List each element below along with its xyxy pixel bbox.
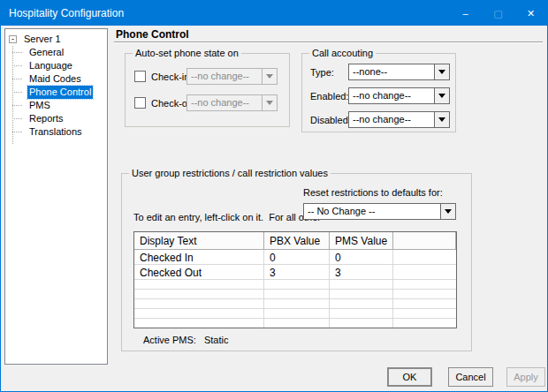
titlebar[interactable]: Hospitality Configuration – ▢ ✕: [1, 1, 547, 26]
auto-set-group-title: Auto-set phone state on: [133, 48, 241, 58]
table-row[interactable]: Checked Out 3 3: [134, 265, 456, 280]
sidebar-item-maid-codes[interactable]: Maid Codes: [5, 72, 107, 86]
table-empty-row: [134, 290, 456, 299]
sidebar-item-reports[interactable]: Reports: [5, 112, 107, 125]
chevron-down-icon: [266, 74, 273, 79]
table-row[interactable]: Checked In 0 0: [134, 250, 456, 265]
restrictions-table: Display Text PBX Value PMS Value Checked…: [133, 231, 457, 328]
column-header-display-text[interactable]: Display Text: [134, 232, 264, 250]
check-in-select: --no change--: [186, 68, 278, 85]
active-pms-value: Static: [204, 335, 229, 345]
table-header-row: Display Text PBX Value PMS Value: [134, 232, 456, 250]
check-out-checkbox[interactable]: [134, 97, 146, 109]
column-header-pbx-value[interactable]: PBX Value: [264, 232, 330, 250]
page-title: Phone Control: [116, 28, 189, 41]
type-select[interactable]: --none--: [348, 64, 450, 80]
sidebar-item-general[interactable]: General: [5, 46, 107, 59]
maximize-button: ▢: [482, 1, 514, 26]
column-header-filler: [393, 232, 456, 250]
enabled-label: Enabled:: [310, 91, 348, 102]
close-icon: ✕: [527, 8, 535, 19]
auto-set-phone-state-group: Auto-set phone state on: [125, 53, 290, 127]
collapse-icon[interactable]: -: [9, 35, 17, 43]
sidebar-item-phone-control[interactable]: Phone Control: [5, 86, 107, 99]
sidebar-item-translations[interactable]: Translations: [5, 125, 107, 139]
minimize-icon: –: [462, 8, 468, 19]
active-pms-status: Active PMS:Static: [143, 335, 228, 345]
restrictions-group-title: User group restrictions / call restricti…: [129, 168, 331, 178]
maximize-icon: ▢: [493, 8, 502, 19]
header-divider: [114, 41, 543, 43]
call-accounting-group-title: Call accouting: [309, 48, 376, 58]
disabled-label: Disabled:: [310, 115, 351, 125]
table-empty-row: [134, 309, 456, 319]
chevron-down-icon: [445, 209, 452, 214]
check-out-select: --no change--: [186, 94, 278, 111]
sidebar-item-pms[interactable]: PMS: [5, 99, 107, 112]
table-empty-row: [134, 299, 456, 309]
sidebar-item-language[interactable]: Language: [5, 59, 107, 72]
chevron-down-icon: [438, 94, 445, 98]
table-empty-row: [134, 319, 456, 328]
table-empty-row: [134, 280, 456, 290]
caption-buttons: – ▢ ✕: [449, 1, 547, 26]
enabled-select[interactable]: --no change--: [348, 87, 450, 104]
ok-button[interactable]: OK: [387, 367, 432, 387]
disabled-select[interactable]: --no change--: [348, 111, 450, 128]
check-in-checkbox[interactable]: [134, 71, 146, 82]
close-button[interactable]: ✕: [514, 1, 547, 26]
active-pms-label: Active PMS:: [143, 335, 196, 345]
tree-node-server1[interactable]: - Server 1: [5, 33, 107, 46]
window-title: Hospitality Configuration: [9, 7, 124, 19]
chevron-down-icon: [266, 101, 273, 105]
cancel-button[interactable]: Cancel: [448, 367, 493, 387]
chevron-down-icon: [438, 70, 445, 74]
reset-restrictions-select[interactable]: -- No Change --: [303, 203, 456, 220]
reset-restrictions-label: Reset restrictions to defaults for:: [303, 187, 443, 198]
hospitality-configuration-dialog: Hospitality Configuration – ▢ ✕ - Server…: [0, 0, 548, 392]
tree-children: General Language Maid Codes Phone Contro…: [5, 46, 107, 139]
chevron-down-icon: [438, 117, 445, 122]
type-label: Type:: [310, 67, 334, 78]
apply-button: Apply: [506, 367, 545, 387]
config-tree: - Server 1 General Language Maid Codes P…: [4, 28, 108, 365]
minimize-button[interactable]: –: [449, 1, 482, 26]
column-header-pms-value[interactable]: PMS Value: [330, 232, 393, 250]
tree-node-server1-label: Server 1: [24, 34, 61, 44]
